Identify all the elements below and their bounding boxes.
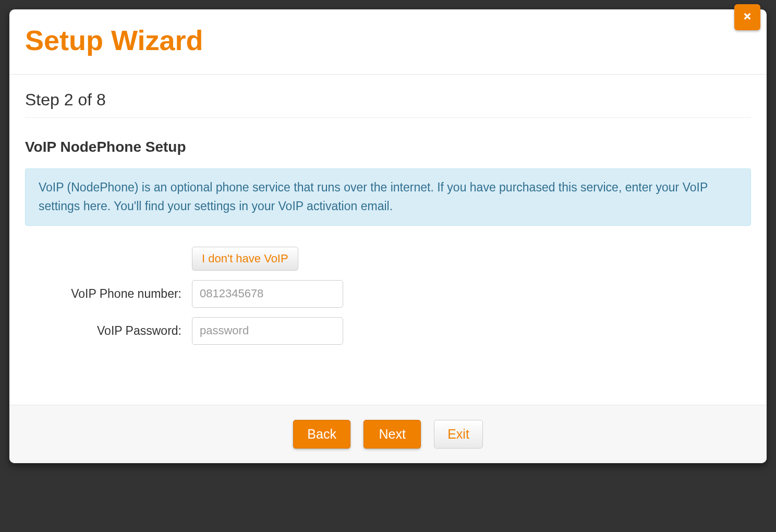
next-button[interactable]: Next [363, 420, 421, 449]
info-alert: VoIP (NodePhone) is an optional phone se… [25, 168, 751, 225]
modal-header: Setup Wizard [9, 9, 767, 75]
voip-password-input[interactable] [192, 317, 343, 345]
section-heading: VoIP NodePhone Setup [25, 139, 751, 155]
no-voip-row: I don't have VoIP [25, 247, 751, 271]
back-button[interactable]: Back [293, 420, 350, 449]
setup-wizard-modal: Setup Wizard Step 2 of 8 VoIP NodePhone … [9, 9, 767, 463]
close-icon [742, 11, 753, 24]
no-voip-button[interactable]: I don't have VoIP [192, 247, 298, 271]
modal-body: Step 2 of 8 VoIP NodePhone Setup VoIP (N… [9, 75, 767, 405]
phone-row: VoIP Phone number: [25, 280, 751, 308]
modal-footer: Back Next Exit [9, 405, 767, 463]
exit-button[interactable]: Exit [434, 420, 483, 449]
modal-title: Setup Wizard [25, 25, 751, 56]
voip-phone-input[interactable] [192, 280, 343, 308]
password-row: VoIP Password: [25, 317, 751, 345]
close-button[interactable] [734, 4, 760, 30]
step-indicator: Step 2 of 8 [25, 90, 751, 118]
password-label: VoIP Password: [25, 324, 192, 338]
phone-label: VoIP Phone number: [25, 287, 192, 301]
